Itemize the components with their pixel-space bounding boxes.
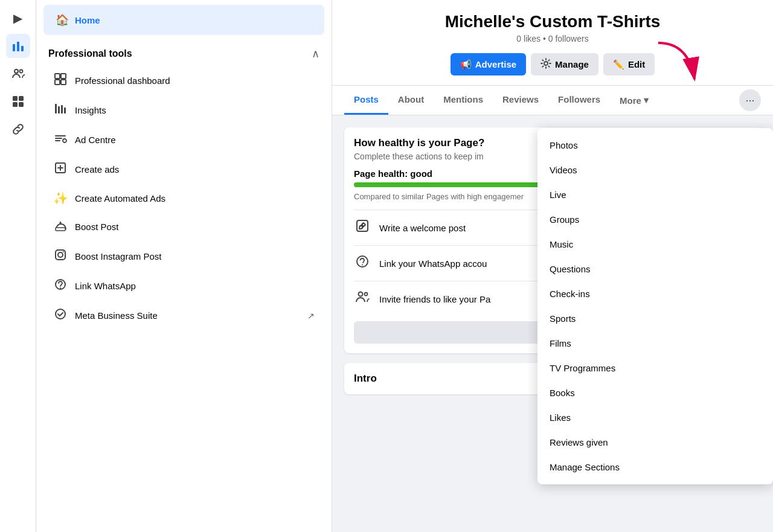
sidebar-section-header: Professional tools ∧ (36, 40, 332, 65)
tab-about[interactable]: About (388, 86, 434, 115)
sidebar-home[interactable]: 🏠 Home (43, 5, 324, 35)
sidebar-item-label: Boost Post (75, 222, 119, 232)
dropdown-photos[interactable]: Photos (537, 133, 773, 158)
svg-point-26 (60, 287, 61, 289)
advertise-button[interactable]: 📢 Advertise (451, 53, 526, 75)
rail-nav-icon[interactable]: ▶ (6, 6, 30, 30)
dropdown-videos[interactable]: Videos (537, 158, 773, 182)
sidebar-item-label: Create ads (75, 164, 119, 175)
dashboard-icon (53, 72, 68, 89)
manage-button[interactable]: Manage (531, 53, 598, 75)
svg-rect-14 (58, 106, 60, 114)
svg-rect-6 (19, 96, 24, 101)
svg-point-17 (63, 139, 66, 143)
sidebar-item-insights[interactable]: Insights (41, 96, 327, 124)
sidebar-item-label: Professional dashboard (75, 75, 170, 86)
sidebar-item-boost-post[interactable]: Boost Post (41, 213, 327, 241)
advertise-label: Advertise (475, 59, 516, 69)
chevron-down-icon: ▾ (644, 95, 649, 106)
manage-sections-label: Manage Sections (550, 462, 620, 472)
external-link-icon: ↗ (307, 311, 315, 321)
tab-mentions[interactable]: Mentions (434, 86, 493, 115)
more-label: More (620, 95, 641, 106)
sidebar-item-label: Link WhatsApp (75, 281, 136, 291)
sidebar-item-label: Ad Centre (75, 135, 116, 145)
svg-point-27 (56, 309, 65, 319)
tab-posts[interactable]: Posts (344, 86, 388, 115)
sidebar-item-create-automated-ads[interactable]: ✨ Create Automated Ads (41, 185, 327, 211)
manage-icon (540, 58, 551, 71)
dropdown-films[interactable]: Films (537, 331, 773, 356)
insights-icon (53, 102, 68, 118)
sidebar-item-label: Insights (75, 105, 106, 115)
svg-point-33 (359, 292, 363, 296)
svg-rect-8 (19, 102, 24, 107)
svg-rect-1 (17, 42, 19, 51)
invite-friends-label: Invite friends to like your Pa (379, 294, 490, 304)
tab-followers[interactable]: Followers (548, 86, 610, 115)
sidebar-item-link-whatsapp[interactable]: Link WhatsApp (41, 272, 327, 300)
svg-rect-0 (13, 44, 15, 51)
sidebar-item-meta-business[interactable]: Meta Business Suite ↗ (41, 301, 327, 330)
edit-button[interactable]: ✏️ Edit (603, 53, 655, 75)
whatsapp-action-icon (354, 254, 371, 272)
sidebar-home-label: Home (75, 15, 100, 25)
home-icon: 🏠 (56, 13, 69, 27)
dropdown-likes[interactable]: Likes (537, 405, 773, 430)
dropdown-live[interactable]: Live (537, 182, 773, 207)
dropdown-groups[interactable]: Groups (537, 207, 773, 232)
svg-rect-16 (64, 107, 66, 114)
sidebar-item-boost-instagram[interactable]: Boost Instagram Post (41, 242, 327, 271)
tab-reviews[interactable]: Reviews (493, 86, 548, 115)
write-post-label: Write a welcome post (379, 223, 466, 233)
advertise-icon: 📢 (460, 59, 472, 70)
edit-icon: ✏️ (613, 59, 624, 70)
svg-rect-13 (55, 104, 57, 114)
tab-more[interactable]: More ▾ (610, 86, 658, 114)
create-ads-icon (53, 161, 68, 178)
sidebar-item-label: Boost Instagram Post (75, 251, 161, 261)
page-nav: Posts About Mentions Reviews Followers M… (332, 85, 773, 115)
dropdown-sports[interactable]: Sports (537, 306, 773, 331)
link-whatsapp-label: Link your WhatsApp accou (379, 258, 487, 269)
nav-dots-button[interactable]: ··· (739, 89, 761, 111)
dropdown-checkins[interactable]: Check-ins (537, 281, 773, 306)
main-content: Michelle's Custom T-Shirts 0 likes • 0 f… (332, 0, 773, 532)
svg-rect-10 (61, 74, 66, 79)
page-actions: 📢 Advertise Manage ✏️ Edit (332, 53, 773, 75)
svg-rect-5 (13, 96, 18, 101)
svg-point-24 (63, 251, 64, 252)
rail-chart-icon[interactable] (6, 34, 30, 58)
page-header: Michelle's Custom T-Shirts 0 likes • 0 f… (332, 0, 773, 115)
automated-ads-icon: ✨ (53, 191, 68, 205)
dropdown-books[interactable]: Books (537, 380, 773, 405)
invite-icon (354, 290, 371, 308)
dropdown-manage-sections[interactable]: Manage Sections (537, 455, 773, 479)
sidebar-section-toggle[interactable]: ∧ (312, 47, 319, 60)
instagram-icon (53, 248, 68, 264)
dropdown-questions[interactable]: Questions (537, 257, 773, 281)
icon-rail: ▶ (0, 0, 36, 532)
dropdown-music[interactable]: Music (537, 232, 773, 257)
sidebar-item-ad-centre[interactable]: Ad Centre (41, 126, 327, 154)
edit-label: Edit (628, 59, 645, 69)
boost-icon (53, 219, 68, 235)
page-title: Michelle's Custom T-Shirts (332, 12, 773, 31)
svg-rect-11 (55, 80, 60, 85)
dropdown-tv[interactable]: TV Programmes (537, 356, 773, 380)
dropdown-reviews-given[interactable]: Reviews given (537, 430, 773, 455)
meta-icon (53, 307, 68, 324)
svg-point-32 (362, 264, 363, 266)
rail-link-icon[interactable] (6, 117, 30, 141)
rail-grid-icon[interactable] (6, 89, 30, 114)
sidebar-item-create-ads[interactable]: Create ads (41, 155, 327, 184)
sidebar-item-professional-dashboard[interactable]: Professional dashboard (41, 66, 327, 95)
svg-point-23 (58, 252, 63, 257)
svg-rect-15 (61, 105, 63, 114)
sidebar: 🏠 Home Professional tools ∧ Professional… (36, 0, 332, 532)
svg-point-28 (544, 62, 548, 65)
svg-point-4 (19, 70, 22, 73)
rail-people-icon[interactable] (6, 62, 30, 86)
sidebar-section-title: Professional tools (48, 48, 132, 59)
svg-point-3 (14, 69, 18, 73)
